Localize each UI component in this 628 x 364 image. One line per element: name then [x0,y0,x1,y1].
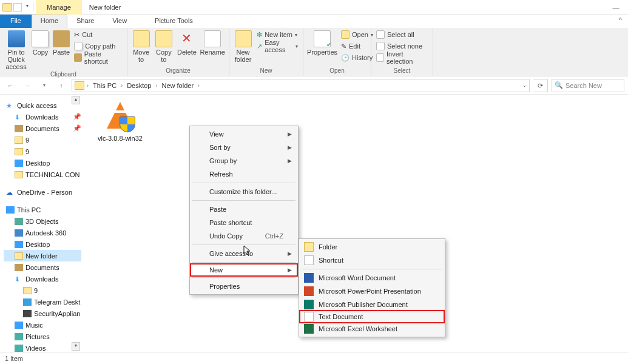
edit-button[interactable]: ✎Edit [340,41,374,52]
status-bar: 1 item [0,352,628,364]
tab-home[interactable]: Home [32,15,67,28]
qat-item[interactable] [13,3,22,12]
cut-button[interactable]: ✂Cut [73,29,123,40]
ctx-group-by[interactable]: Group by▶ [191,154,297,167]
chevron-right-icon[interactable]: › [86,83,90,89]
sub-shortcut[interactable]: Shortcut [300,254,444,267]
label: Microsoft PowerPoint Presentation [319,288,421,295]
nav-autodesk[interactable]: Autodesk 360 [6,227,81,238]
sub-excel[interactable]: Microsoft Excel Worksheet [300,322,444,335]
ctx-give-access[interactable]: Give access to▶ [191,247,297,260]
crumb-desktop[interactable]: Desktop [125,82,153,89]
nav-desktop-pc[interactable]: Desktop [6,238,81,250]
recent-locations-button[interactable]: ▾ [38,79,51,92]
properties-button[interactable]: ✔Properties [307,29,337,56]
history-button[interactable]: 🕑History [340,52,374,63]
up-button[interactable]: ↑ [55,79,68,92]
easy-access-button[interactable]: ↗Easy access▾ [255,41,299,52]
minimize-button[interactable]: — [604,4,628,11]
nav-9-b[interactable]: 9 [6,146,81,157]
nav-technical[interactable]: TECHNICAL CON [6,169,81,180]
dropdown-icon[interactable]: ⌄ [522,83,527,88]
new-folder-button[interactable]: New folder [233,29,253,63]
nav-telegram[interactable]: Telegram Deskt [6,296,81,308]
nav-pictures[interactable]: Pictures [6,331,81,342]
ctx-paste[interactable]: Paste [191,203,297,216]
nav-documents-pc[interactable]: Documents [6,261,81,273]
nav-downloads-pc[interactable]: ⬇Downloads [6,273,81,285]
paste-shortcut-button[interactable]: Paste shortcut [73,52,123,63]
ctx-properties[interactable]: Properties [191,280,297,293]
ctx-undo[interactable]: Undo CopyCtrl+Z [191,229,297,243]
qat-dropdown-icon[interactable]: ▾ [23,3,32,12]
breadcrumb[interactable]: › This PC › Desktop › New folder › ⌄ [72,79,530,92]
file-list-area[interactable]: vlc-3.0.8-win32 View▶ Sort by▶ Group by▶… [81,95,628,352]
scroll-up-button[interactable]: ▴ [72,96,80,104]
sub-word[interactable]: Microsoft Word Document [300,271,444,285]
select-all-button[interactable]: Select all [375,29,429,40]
sub-publisher[interactable]: Microsoft Publisher Document [300,298,444,311]
nav-security[interactable]: SecurityApplian [6,308,81,319]
delete-button[interactable]: ✕Delete [176,29,197,56]
chevron-right-icon[interactable]: › [120,83,124,89]
label: History [352,54,373,61]
crumb-this-pc[interactable]: This PC [91,82,118,89]
label: Paste shortcut [209,219,252,226]
label: View [209,130,224,138]
ctx-sort-by[interactable]: Sort by▶ [191,141,297,154]
properties-icon: ✔ [314,30,331,47]
tab-file[interactable]: File [0,15,32,28]
nav-videos[interactable]: Videos [6,342,81,352]
nav-new-folder[interactable]: New folder [4,250,81,261]
cloud-icon: ☁ [6,189,15,196]
back-button[interactable]: ← [4,79,17,92]
copy-to-button[interactable]: Copy to [154,29,174,63]
move-to-button[interactable]: Move to [131,29,151,63]
tab-share[interactable]: Share [67,15,103,28]
refresh-button[interactable]: ⟳ [533,79,548,92]
paste-button[interactable]: Paste [52,29,70,56]
ribbon-group-select: Select all Select none Invert selection … [371,28,433,76]
invert-selection-button[interactable]: Invert selection [375,52,429,63]
rename-button[interactable]: Rename [200,29,225,56]
ctx-view[interactable]: View▶ [191,127,297,141]
nav-music[interactable]: Music [6,319,81,331]
ctx-paste-shortcut[interactable]: Paste shortcut [191,216,297,229]
sub-powerpoint[interactable]: Microsoft PowerPoint Presentation [300,285,444,298]
crumb-new-folder[interactable]: New folder [160,82,195,89]
collapse-ribbon-icon[interactable]: ^ [613,15,628,28]
nav-this-pc[interactable]: This PC [6,204,81,215]
nav-quick-access[interactable]: ★Quick access [6,99,81,111]
shortcut: Ctrl+Z [265,232,283,240]
forward-button[interactable]: → [21,79,34,92]
sub-text-document[interactable]: Text Document [299,310,445,323]
chevron-right-icon[interactable]: › [154,83,158,89]
chevron-right-icon[interactable]: › [197,83,201,89]
ctx-customize[interactable]: Customize this folder... [191,185,297,198]
nav-downloads[interactable]: ⬇Downloads📌 [6,111,81,123]
label: Edit [349,42,360,50]
scroll-down-button[interactable]: ▾ [72,342,80,351]
tab-picture-tools[interactable]: Picture Tools [146,15,202,28]
label: Downloads [25,113,58,121]
tab-view[interactable]: View [103,15,136,28]
shortcut-icon [304,255,314,265]
label: Downloads [25,275,58,283]
pin-to-quick-access-button[interactable]: Pin to Quick access [4,29,29,70]
nav-desktop[interactable]: Desktop [6,157,81,169]
open-icon [341,30,349,39]
label: Telegram Deskt [34,298,80,306]
contextual-tab-manage[interactable]: Manage [36,0,82,15]
sub-folder[interactable]: Folder [300,240,444,254]
open-button[interactable]: Open▾ [340,29,374,40]
nav-3d-objects[interactable]: 3D Objects [6,215,81,227]
ctx-refresh[interactable]: Refresh [191,167,297,181]
nav-documents[interactable]: Documents📌 [6,123,81,134]
nav-9-c[interactable]: 9 [6,285,81,296]
copy-button[interactable]: Copy [31,29,49,56]
ctx-new[interactable]: New▶ [190,263,298,277]
file-item-vlc[interactable]: vlc-3.0.8-win32 [96,99,144,142]
nav-onedrive[interactable]: ☁OneDrive - Person [6,186,81,198]
search-box[interactable]: 🔍 Search New [552,79,624,92]
nav-9-a[interactable]: 9 [6,134,81,146]
